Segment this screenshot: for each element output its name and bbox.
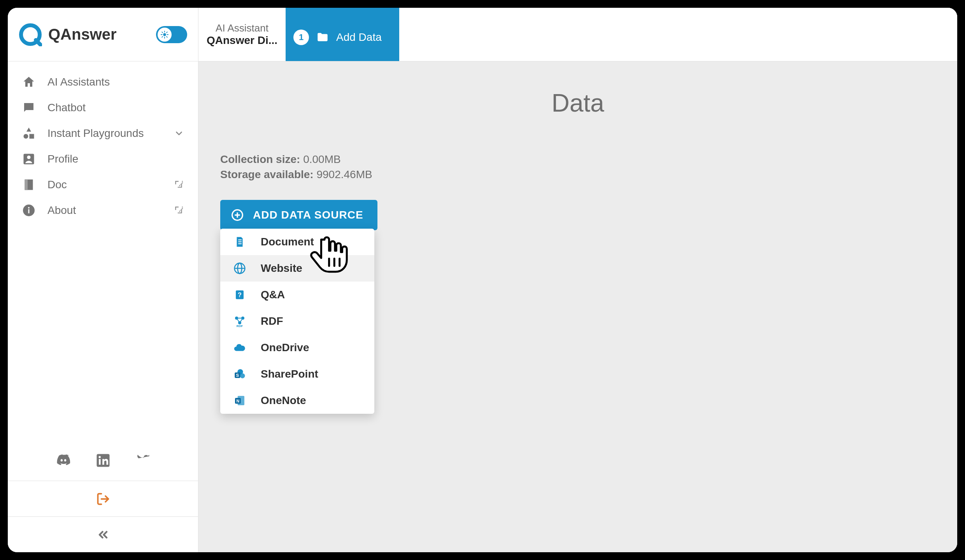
dropdown-item-website[interactable]: Website bbox=[220, 255, 374, 282]
svg-rect-14 bbox=[25, 180, 28, 190]
theme-toggle-knob bbox=[158, 28, 172, 42]
main: AI Assistant QAnswer Di... 1 Add Data Da… bbox=[198, 8, 957, 552]
breadcrumb[interactable]: AI Assistant QAnswer Di... bbox=[198, 8, 286, 61]
tab-add-data[interactable]: 1 Add Data bbox=[286, 8, 399, 61]
nav-label: Chatbot bbox=[47, 102, 86, 114]
nav-label: Profile bbox=[47, 153, 78, 165]
sharepoint-icon: S bbox=[233, 367, 247, 381]
dropdown-item-onenote[interactable]: N OneNote bbox=[220, 387, 374, 414]
dropdown-item-label: OneDrive bbox=[261, 341, 309, 354]
svg-text:RDF: RDF bbox=[237, 324, 243, 327]
info-icon bbox=[22, 203, 36, 217]
dropdown-item-qa[interactable]: ? Q&A bbox=[220, 282, 374, 308]
globe-icon bbox=[233, 261, 247, 275]
svg-text:S: S bbox=[236, 373, 239, 378]
nav-label: About bbox=[47, 204, 76, 217]
sidebar-item-doc[interactable]: Doc bbox=[8, 172, 198, 198]
content: Data Collection size: 0.00MB Storage ava… bbox=[198, 61, 957, 552]
dropdown-item-onedrive[interactable]: OneDrive bbox=[220, 334, 374, 361]
svg-line-38 bbox=[240, 318, 243, 323]
sidebar-item-profile[interactable]: Profile bbox=[8, 146, 198, 172]
svg-point-20 bbox=[98, 456, 101, 458]
svg-line-6 bbox=[162, 32, 163, 33]
step-badge: 1 bbox=[293, 30, 309, 45]
svg-line-9 bbox=[167, 32, 167, 33]
svg-point-17 bbox=[28, 207, 30, 208]
svg-line-8 bbox=[162, 36, 163, 37]
brand-name: QAnswer bbox=[48, 26, 117, 43]
nav-label: AI Assistants bbox=[47, 76, 110, 88]
svg-rect-25 bbox=[238, 240, 242, 240]
collapse-sidebar-button[interactable] bbox=[8, 516, 198, 552]
sidebar-header: QAnswer bbox=[8, 8, 198, 61]
external-link-icon bbox=[174, 180, 184, 190]
chevron-down-icon bbox=[174, 128, 184, 138]
tab-label: Add Data bbox=[336, 31, 382, 44]
rdf-icon: RDF bbox=[233, 314, 247, 328]
dropdown-item-label: SharePoint bbox=[261, 368, 318, 380]
qanswer-logo-icon bbox=[19, 23, 42, 46]
add-source-label: ADD DATA SOURCE bbox=[253, 209, 363, 221]
logout-icon bbox=[96, 492, 110, 506]
cloud-icon bbox=[233, 341, 247, 355]
dropdown-item-rdf[interactable]: RDF RDF bbox=[220, 308, 374, 334]
external-link-icon bbox=[174, 205, 184, 215]
svg-rect-16 bbox=[28, 209, 30, 214]
breadcrumb-current: QAnswer Di... bbox=[207, 34, 277, 47]
sidebar: QAnswer AI A bbox=[8, 8, 198, 552]
svg-point-1 bbox=[163, 33, 166, 36]
chat-icon bbox=[22, 101, 36, 115]
profile-icon bbox=[22, 152, 36, 166]
nav-label: Doc bbox=[47, 178, 67, 191]
plus-circle-icon bbox=[231, 209, 244, 221]
add-data-source-button[interactable]: ADD DATA SOURCE bbox=[220, 200, 377, 230]
storage-stats: Collection size: 0.00MB Storage availabl… bbox=[220, 152, 938, 182]
svg-text:N: N bbox=[236, 399, 239, 403]
nav-label: Instant Playgrounds bbox=[47, 127, 144, 140]
svg-text:?: ? bbox=[238, 291, 242, 298]
app-window: QAnswer AI A bbox=[8, 8, 957, 552]
theme-toggle[interactable] bbox=[156, 26, 187, 43]
dropdown-item-label: Q&A bbox=[261, 289, 285, 301]
logout-button[interactable] bbox=[8, 481, 198, 516]
twitter-icon[interactable] bbox=[134, 452, 151, 469]
svg-point-41 bbox=[240, 373, 245, 378]
breadcrumb-section: AI Assistant bbox=[216, 22, 268, 34]
data-source-dropdown: Document Website ? Q&A RDF RDF OneDrive bbox=[220, 229, 374, 414]
sun-icon bbox=[160, 30, 169, 39]
svg-point-10 bbox=[24, 134, 28, 139]
doc-icon bbox=[22, 178, 36, 192]
svg-line-7 bbox=[167, 36, 167, 37]
onenote-icon: N bbox=[233, 394, 247, 408]
sidebar-item-about[interactable]: About bbox=[8, 198, 198, 223]
collection-size-label: Collection size: bbox=[220, 153, 300, 165]
svg-point-13 bbox=[27, 156, 31, 159]
discord-icon[interactable] bbox=[55, 452, 72, 469]
nav: AI Assistants Chatbot Instant Playground… bbox=[8, 61, 198, 440]
dropdown-item-label: RDF bbox=[261, 315, 283, 327]
folder-icon bbox=[316, 31, 329, 44]
sidebar-item-ai-assistants[interactable]: AI Assistants bbox=[8, 69, 198, 95]
svg-rect-11 bbox=[30, 134, 34, 139]
social-links bbox=[8, 440, 198, 481]
svg-rect-26 bbox=[238, 242, 242, 242]
svg-rect-19 bbox=[99, 459, 101, 465]
dropdown-item-label: Document bbox=[261, 236, 314, 248]
sidebar-item-playgrounds[interactable]: Instant Playgrounds bbox=[8, 121, 198, 146]
sidebar-bottom bbox=[8, 440, 198, 552]
storage-available-label: Storage available: bbox=[220, 168, 314, 180]
dropdown-item-label: Website bbox=[261, 262, 302, 275]
shapes-icon bbox=[22, 126, 36, 140]
linkedin-icon[interactable] bbox=[95, 452, 112, 469]
svg-line-37 bbox=[237, 318, 240, 323]
collection-size-value: 0.00MB bbox=[303, 153, 341, 165]
sidebar-item-chatbot[interactable]: Chatbot bbox=[8, 95, 198, 121]
topbar: AI Assistant QAnswer Di... 1 Add Data bbox=[198, 8, 957, 61]
dropdown-item-label: OneNote bbox=[261, 394, 306, 407]
storage-available-value: 9902.46MB bbox=[316, 168, 372, 180]
chevrons-left-icon bbox=[96, 528, 110, 542]
dropdown-item-sharepoint[interactable]: S SharePoint bbox=[220, 361, 374, 387]
svg-rect-27 bbox=[238, 243, 242, 244]
document-icon bbox=[233, 235, 247, 249]
dropdown-item-document[interactable]: Document bbox=[220, 229, 374, 255]
